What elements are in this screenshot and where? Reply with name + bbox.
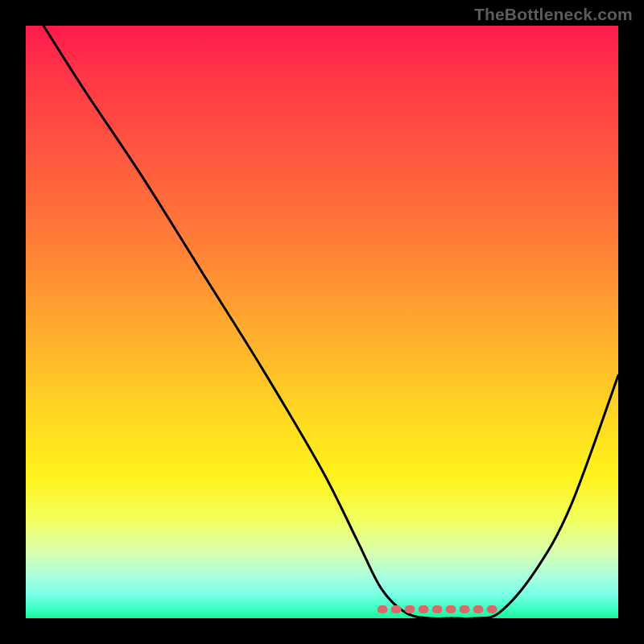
attribution-watermark: TheBottleneck.com <box>474 5 633 24</box>
chart-svg <box>26 26 618 618</box>
bottleneck-curve-group <box>43 26 618 618</box>
plot-area <box>26 26 618 618</box>
chart-frame: TheBottleneck.com <box>0 0 644 644</box>
bottleneck-curve-path <box>43 26 618 618</box>
